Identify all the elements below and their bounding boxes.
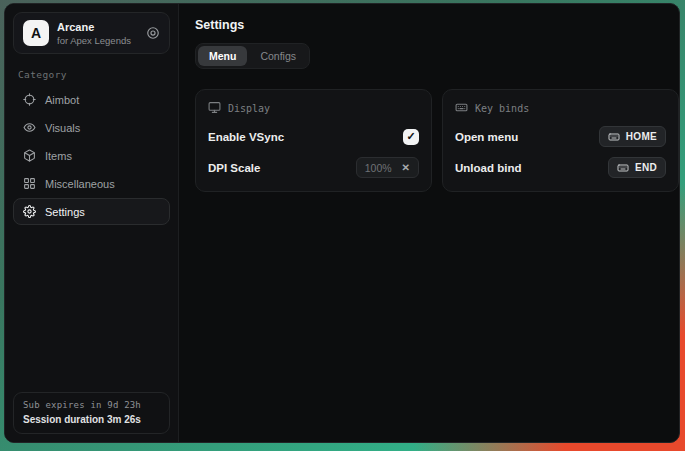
sidebar-item-label: Visuals xyxy=(45,122,80,134)
sidebar-item-settings[interactable]: Settings xyxy=(13,198,170,225)
display-card-header: Display xyxy=(208,101,419,116)
open-menu-bind-key: HOME xyxy=(626,131,657,142)
sidebar-item-visuals[interactable]: Visuals xyxy=(13,114,170,141)
sidebar-item-miscellaneous[interactable]: Miscellaneous xyxy=(13,170,170,197)
sidebar-item-aimbot[interactable]: Aimbot xyxy=(13,86,170,113)
app-subtitle: for Apex Legends xyxy=(57,35,131,46)
unload-bind-row: Unload bind END xyxy=(455,157,666,178)
sub-expires-text: Sub expires in 9d 23h xyxy=(23,400,160,410)
tab-bar: Menu Configs xyxy=(195,43,310,69)
crosshair-icon xyxy=(23,93,36,106)
box-icon xyxy=(23,149,36,162)
sidebar-item-items[interactable]: Items xyxy=(13,142,170,169)
open-menu-bind-button[interactable]: HOME xyxy=(599,126,666,147)
tab-configs[interactable]: Configs xyxy=(249,46,307,66)
dpi-clear-button[interactable]: ✕ xyxy=(402,162,410,173)
unload-bind-button[interactable]: END xyxy=(608,157,666,178)
app-name: Arcane xyxy=(57,21,131,33)
display-card-title: Display xyxy=(228,103,270,114)
keyboard-icon xyxy=(455,101,468,116)
tab-menu[interactable]: Menu xyxy=(198,46,247,66)
dpi-row: DPI Scale 100% ✕ xyxy=(208,157,419,178)
keybinds-card-header: Key binds xyxy=(455,101,666,116)
app-logo: A xyxy=(23,20,49,46)
app-window: A Arcane for Apex Legends Category Aimbo xyxy=(4,3,680,443)
brand-card: A Arcane for Apex Legends xyxy=(13,12,170,54)
keyboard-icon xyxy=(617,162,629,174)
session-duration-text: Session duration 3m 26s xyxy=(23,414,160,425)
category-label: Category xyxy=(18,69,166,80)
vsync-row: Enable VSync ✓ xyxy=(208,126,419,147)
brand-text: Arcane for Apex Legends xyxy=(57,21,131,46)
page-title: Settings xyxy=(195,18,679,32)
subscription-card: Sub expires in 9d 23h Session duration 3… xyxy=(13,392,170,434)
keybinds-card: Key binds Open menu HOME Unload bind xyxy=(442,89,679,192)
main-content: Settings Menu Configs Display xyxy=(179,4,680,442)
eye-icon xyxy=(23,121,36,134)
vsync-label: Enable VSync xyxy=(208,131,284,143)
vsync-checkbox[interactable]: ✓ xyxy=(403,129,419,145)
open-menu-row: Open menu HOME xyxy=(455,126,666,147)
keybinds-card-title: Key binds xyxy=(475,103,529,114)
keyboard-icon xyxy=(608,131,620,143)
gear-icon xyxy=(23,205,36,218)
open-menu-label: Open menu xyxy=(455,131,518,143)
dpi-label: DPI Scale xyxy=(208,162,260,174)
sidebar-item-label: Aimbot xyxy=(45,94,79,106)
sidebar: A Arcane for Apex Legends Category Aimbo xyxy=(5,4,179,442)
unload-bind-key: END xyxy=(635,162,657,173)
unload-bind-label: Unload bind xyxy=(455,162,521,174)
dpi-scale-input[interactable]: 100% ✕ xyxy=(356,157,419,178)
dpi-scale-value: 100% xyxy=(365,162,392,174)
target-icon[interactable] xyxy=(146,26,160,40)
sidebar-item-label: Miscellaneous xyxy=(45,178,115,190)
monitor-icon xyxy=(208,101,221,116)
sidebar-item-label: Settings xyxy=(45,206,85,218)
display-card: Display Enable VSync ✓ DPI Scale 100% ✕ xyxy=(195,89,432,192)
settings-cards: Display Enable VSync ✓ DPI Scale 100% ✕ xyxy=(195,89,679,192)
grid-icon xyxy=(23,177,36,190)
sidebar-item-label: Items xyxy=(45,150,72,162)
